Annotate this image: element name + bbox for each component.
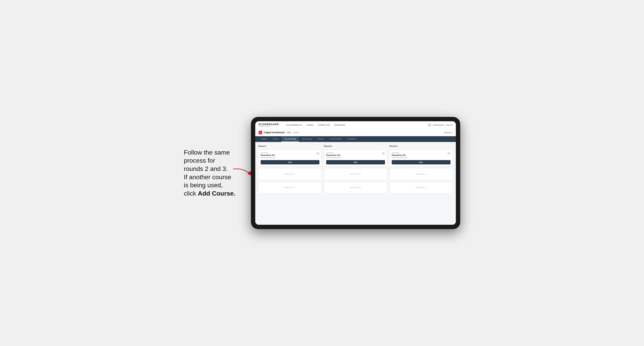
course-card-header-3: (Course A) Peachtree GC Yellow (M) (6629… (392, 152, 450, 160)
plus-icon-r3-1: + (426, 173, 427, 175)
course-card-actions-3: ⊙ (447, 152, 450, 155)
tab-teams[interactable]: Teams (270, 136, 281, 142)
plus-icon-2: + (294, 186, 296, 189)
round-2-edit-button[interactable]: Edit (326, 160, 385, 165)
nav-committee[interactable]: COMMITTEE (318, 124, 330, 126)
course-info: (Course A) Peachtree GC Yellow (M) (6629… (260, 152, 276, 160)
nav-teams[interactable]: TEAMS (306, 124, 314, 126)
course-details-2: Yellow (M) (6629 yds) (326, 157, 341, 159)
course-action-btn-2[interactable]: ⊙ (382, 152, 385, 155)
tab-leaderboards[interactable]: Leaderboards (327, 136, 344, 142)
course-action-btn-3[interactable]: ⊙ (447, 152, 450, 155)
round-1-course-card: (Course A) Peachtree GC Yellow (M) (6629… (258, 150, 322, 167)
nav-rankings[interactable]: RANKINGS (334, 124, 345, 126)
tab-details[interactable]: Details (258, 136, 270, 142)
round-1-edit-button[interactable]: Edit (260, 160, 320, 165)
course-label-3: (Course A) (392, 152, 407, 154)
course-card-actions: ⊙ (316, 152, 320, 155)
round-1-add-course-2[interactable]: Add Course + (258, 181, 322, 193)
course-name-2: Peachtree GC (326, 154, 341, 156)
round-1-title: Round 1 (258, 145, 322, 147)
tab-results[interactable]: Results (315, 136, 327, 142)
rounds-grid: Round 1 (Course A) Peachtree GC Yellow (… (258, 145, 453, 193)
round-3-title: Round 3 (390, 145, 453, 147)
plus-icon-r2-1: + (360, 173, 361, 175)
round-2-column: Round 2 (Course A) Peachtree GC Yellow (… (324, 145, 387, 193)
powered-by: Powered by clippd (258, 126, 279, 127)
top-nav: SCOREBOARD Powered by clippd TOURNAMENTS… (255, 121, 456, 129)
close-icon: ✕ (451, 132, 453, 134)
tabs-bar: Details Teams Course Setup Tee Groups Re… (255, 136, 456, 142)
user-avatar (428, 123, 431, 127)
instruction-panel: Follow the same process for rounds 2 and… (184, 149, 243, 198)
round-3-course-card: (Course A) Peachtree GC Yellow (M) (6629… (390, 150, 453, 167)
plus-icon: + (294, 173, 296, 175)
add-course-r2-1: Add Course (350, 173, 359, 175)
logo-area: SCOREBOARD Powered by clippd (258, 123, 279, 127)
tournament-badge: Men (286, 131, 292, 134)
plus-icon-r3-2: + (426, 186, 427, 189)
round-3-edit-button[interactable]: Edit (392, 160, 450, 165)
tab-tee-groups[interactable]: Tee Groups (299, 136, 315, 142)
round-1-column: Round 1 (Course A) Peachtree GC Yellow (… (258, 145, 322, 193)
course-info-3: (Course A) Peachtree GC Yellow (M) (6629… (392, 152, 407, 160)
round-2-add-course-2[interactable]: Add Course + (324, 181, 387, 193)
course-card-header: (Course A) Peachtree GC Yellow (M) (6629… (260, 152, 320, 160)
content-area: Round 1 (Course A) Peachtree GC Yellow (… (255, 142, 456, 225)
scoreboard-logo: SCOREBOARD (258, 123, 279, 126)
tablet-screen: SCOREBOARD Powered by clippd TOURNAMENTS… (255, 121, 456, 225)
nav-tournaments[interactable]: TOURNAMENTS (286, 124, 302, 126)
course-label-2: (Course A) (326, 152, 341, 154)
course-card-header-2: (Course A) Peachtree GC Yellow (M) (6629… (326, 152, 385, 160)
round-3-add-course-2[interactable]: Add Course + (390, 181, 453, 193)
sign-out-link[interactable]: Sign out (446, 124, 453, 126)
course-info-2: (Course A) Peachtree GC Yellow (M) (6629… (326, 152, 341, 160)
round-2-course-card: (Course A) Peachtree GC Yellow (M) (6629… (324, 150, 387, 167)
nav-right: blair@clippd.io Sign out (428, 123, 453, 127)
nav-links: TOURNAMENTS TEAMS COMMITTEE RANKINGS (286, 124, 423, 126)
sub-header-left: C Clippd Invitational Men Hosting (258, 131, 299, 135)
add-course-r3-2: Add Course (416, 186, 425, 188)
course-details-3: Yellow (M) (6629 yds) (392, 157, 407, 159)
course-name-3: Peachtree GC (392, 154, 407, 156)
tablet-frame: SCOREBOARD Powered by clippd TOURNAMENTS… (251, 117, 460, 229)
round-2-title: Round 2 (324, 145, 387, 147)
round-1-add-course-1[interactable]: Add Course + (258, 168, 322, 180)
add-course-r3-1: Add Course (416, 173, 425, 175)
round-3-column: Round 3 (Course A) Peachtree GC Yellow (… (390, 145, 453, 193)
sub-header: C Clippd Invitational Men Hosting Cancel… (255, 129, 456, 136)
tournament-name: Clippd Invitational (264, 131, 284, 134)
user-email: blair@clippd.io (433, 124, 444, 126)
hosting-label: Hosting (293, 132, 299, 134)
round-3-add-course-1[interactable]: Add Course + (390, 168, 453, 180)
cancel-button[interactable]: Cancel ✕ (444, 132, 453, 134)
tab-course-setup[interactable]: Course Setup (281, 136, 299, 142)
course-action-btn[interactable]: ⊙ (316, 152, 320, 155)
course-label: (Course A) (260, 152, 276, 154)
round-2-add-course-1[interactable]: Add Course + (324, 168, 387, 180)
add-course-label-2: Add Course (284, 186, 294, 188)
plus-icon-r2-2: + (360, 186, 361, 189)
course-name: Peachtree GC (260, 154, 276, 156)
course-details: Yellow (M) (6629 yds) (260, 157, 276, 159)
add-course-label: Add Course (284, 173, 294, 175)
tab-printables[interactable]: Printables (344, 136, 359, 142)
course-card-actions-2: ⊙ (382, 152, 385, 155)
clippd-logo: C (258, 131, 262, 135)
add-course-r2-2: Add Course (350, 186, 359, 188)
